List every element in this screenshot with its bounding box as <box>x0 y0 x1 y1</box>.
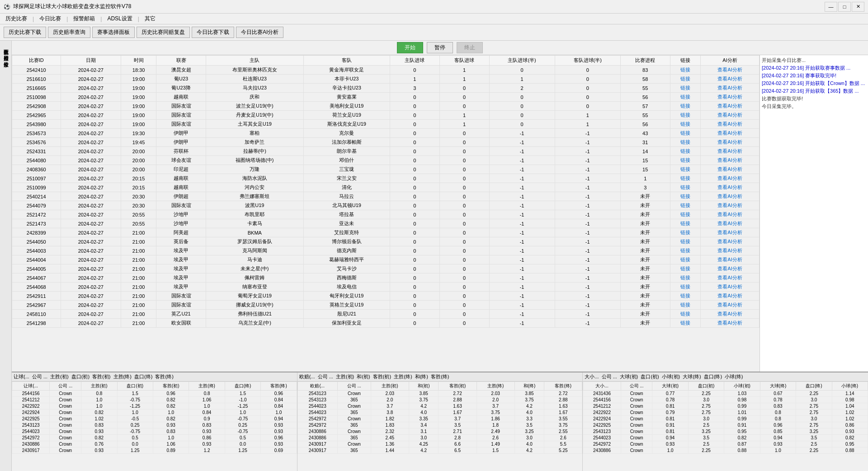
table-row: 25424102024-02-2718:30澳昆女超布里斯班奥林匹克女黄金海岸联… <box>12 66 760 75</box>
col-away: 客队 <box>303 56 390 66</box>
list-item: 2544023Crown3.74.21.633.74.21.63 <box>297 403 582 410</box>
bottom-panel: 让球(... 公司 ... 主胜(初) 盘口(初) 客胜(初) 主胜(终) 盘口… <box>12 372 868 471</box>
table-row: 25345762024-02-2719:45伊朗甲加奇萨兰法加尔慕帕斯00-1-… <box>12 138 760 147</box>
col-ai: AI分析 <box>701 56 760 66</box>
table-row: 25429652024-02-2719:00国际友谊丹麦女足U19(中)荷兰女足… <box>12 111 760 120</box>
list-item: 24309173651.444.26.51.54.25.25 <box>297 447 582 454</box>
pause-button[interactable]: 暂停 <box>427 42 453 53</box>
handicap-header: 让球(... 公司 ... 主胜(初) 盘口(初) 客胜(初) 主胜(终) 盘口… <box>12 372 297 382</box>
col-match-id: 比赛ID <box>12 56 61 66</box>
table-row: 25440042024-02-2721:00埃及甲马卡迪葛赫瑞雅特西平00-1-… <box>12 255 760 264</box>
list-item: 2430917Crown1.364.256.61.494.05.5 <box>297 441 582 447</box>
menu-history[interactable]: 历史比赛 <box>2 14 31 24</box>
list-item: 2430886Crown0.760.01.060.930.00.93 <box>12 441 297 447</box>
table-row: 25214722024-02-2720:55沙地甲布凯里耶塔拉基00-1-1未开… <box>12 210 760 219</box>
app-title: 球探网足球让球大小球欧赔变盘变水监控软件V78 <box>13 3 131 10</box>
right-panel: 开始采集今日比赛... [2024-02-27 20:16] 开始获取赛事数据 … <box>760 55 868 372</box>
menu-today[interactable]: 今日比赛 <box>36 14 65 24</box>
handicap-header-row: 让球(... 公司 ... 主胜(初) 盘口(初) 客胜(初) 主胜(终) 盘口… <box>12 382 297 391</box>
table-row: 25440672024-02-2721:00埃及甲佩柯雷姆西梅德斯00-1-1未… <box>12 273 760 283</box>
table-row: 24083602024-02-2720:00印尼超万隆三宝珑00-1-115链接… <box>12 165 760 174</box>
table-row: 25439802024-02-2719:00国际友谊土耳其女足U19斯洛伐克女足… <box>12 120 760 129</box>
list-item: 2544023Crown0.93-0.750.830.93-0.750.93 <box>12 429 297 435</box>
sidebar: 比赛数据下载 今日同赔监控 今日水位监控 <box>0 41 12 471</box>
menu-other[interactable]: 其它 <box>141 14 159 24</box>
table-row: 25440792024-02-2720:30国际友谊波黑U19北马其顿U1900… <box>12 201 760 210</box>
list-item: 2430886Crown1.02.250.881.02.250.88 <box>583 447 868 454</box>
sidebar-water-monitor[interactable]: 今日水位监控 <box>0 55 11 61</box>
overunder-table-container[interactable]: 大小... 公司 ... 大球(初) 盘口(初) 小球(初) 大球(终) 盘口(… <box>583 382 868 471</box>
log-line-2: [2024-02-27 20:16] 赛事获取完毕! <box>762 72 866 79</box>
odds-header-row: 欧赔(... 公司 ... 主胜(初) 和(初) 客胜(初) 主胜(终) 和(终… <box>297 382 582 391</box>
list-item: 2542972Crown0.820.51.00.860.50.96 <box>12 435 297 441</box>
odds-table-body: 2543123Crown2.033.852.722.033.852.722543… <box>297 391 582 454</box>
log-line-5: 比赛数据获取完毕! <box>762 95 866 102</box>
overunder-table: 大小... 公司 ... 大球(初) 盘口(初) 小球(初) 大球(终) 盘口(… <box>583 382 868 454</box>
main-table: 比赛ID 日期 时间 联赛 主队 客队 主队进球 客队进球 主队进球(半) 客队… <box>12 55 760 328</box>
list-item: 2543123Crown2.033.852.722.033.852.72 <box>297 391 582 397</box>
table-area: 比赛ID 日期 时间 联赛 主队 客队 主队进球 客队进球 主队进球(半) 客队… <box>12 55 868 372</box>
odds-table-container[interactable]: 欧赔(... 公司 ... 主胜(初) 和(初) 客胜(初) 主胜(终) 和(终… <box>297 382 583 471</box>
content-area: 开始 暂停 终止 比赛ID 日期 时间 联赛 主队 客队 主队进球 <box>12 41 868 471</box>
table-row: 25429112024-02-2721:00国际友谊葡萄牙女足U19匈牙利女足U… <box>12 292 760 301</box>
btn-history-replay[interactable]: 历史比赛同赔复盘 <box>137 27 190 38</box>
start-button[interactable]: 开始 <box>397 42 423 53</box>
list-item: 25431233652.03.752.882.03.752.88 <box>297 397 582 403</box>
log-line-6: 今日采集完毕。 <box>762 103 866 110</box>
table-row: 24581102024-02-2721:00英乙U21弗利特伍德U21殷尼U21… <box>12 310 760 319</box>
minimize-button[interactable]: — <box>825 2 837 12</box>
btn-event-select[interactable]: 赛事选择面板 <box>92 27 135 38</box>
col-date: 日期 <box>61 56 121 66</box>
table-row: 25100972024-02-2720:15越南联海防水泥队宋兰义安00-1-1… <box>12 174 760 183</box>
btn-today-download[interactable]: 今日比赛下载 <box>192 27 234 38</box>
sidebar-data-download[interactable]: 比赛数据下载 <box>0 42 11 49</box>
log-line-4: [2024-02-27 20:16] 开始获取【365】数据 ... <box>762 88 866 94</box>
table-row: 25429672024-02-2721:00国际友谊挪威女足U19(中)英格兰女… <box>12 301 760 310</box>
table-row: 25440052024-02-2721:00埃及甲未来之星(中)艾马卡沙00-1… <box>12 264 760 273</box>
btn-today-ai[interactable]: 今日比赛AI分析 <box>236 27 283 38</box>
list-item: 25440233653.84.01.673.754.01.67 <box>297 410 582 416</box>
overunder-header-row: 大小... 公司 ... 大球(初) 盘口(初) 小球(初) 大球(终) 盘口(… <box>583 382 868 391</box>
col-home-goals-half: 主队进球(半) <box>489 56 555 66</box>
list-item: 2544023Crown0.943.50.820.943.50.82 <box>583 435 868 441</box>
btn-history-download[interactable]: 历史比赛下载 <box>4 27 46 38</box>
sidebar-today-monitor[interactable]: 今日同赔监控 <box>0 49 11 55</box>
bottom-section-handicap: 让球(... 公司 ... 主胜(初) 盘口(初) 客胜(初) 主胜(终) 盘口… <box>12 372 297 471</box>
list-item: 2430886Crown2.323.12.712.493.252.55 <box>297 429 582 435</box>
main-table-body: 25424102024-02-2718:30澳昆女超布里斯班奥林匹克女黄金海岸联… <box>12 66 760 328</box>
close-button[interactable]: ✕ <box>852 2 864 12</box>
table-row: 25166102024-02-2719:00葡U23杜连斯U23本菲卡U2311… <box>12 75 760 84</box>
list-item: 2422924Crown0.821.01.00.841.01.0 <box>12 410 297 416</box>
col-home: 主队 <box>206 56 303 66</box>
menu-adsl[interactable]: ADSL设置 <box>104 14 136 24</box>
maximize-button[interactable]: □ <box>838 2 851 12</box>
list-item: 2422922Crown0.792.751.010.82.751.02 <box>583 410 868 416</box>
menubar: 历史比赛 | 今日比赛 | 报警邮箱 | ADSL设置 | 其它 <box>0 14 868 24</box>
col-link: 链接 <box>670 56 700 66</box>
table-row: 25440802024-02-2720:00球会友谊福图纳塔场德(中)邓伯什00… <box>12 156 760 165</box>
list-item: 25429723651.833.43.51.83.53.75 <box>297 422 582 429</box>
overunder-header: 大小... 公司 ... 大球(初) 盘口(初) 小球(初) 大球(终) 盘口(… <box>583 372 868 382</box>
col-away-goals-half: 客队进球(半) <box>555 56 620 66</box>
menu-mail[interactable]: 报警邮箱 <box>70 14 99 24</box>
main-table-container[interactable]: 比赛ID 日期 时间 联赛 主队 客队 主队进球 客队进球 主队进球(半) 客队… <box>12 55 760 372</box>
handicap-table-body: 2544156Crown0.81.50.960.81.50.962541212C… <box>12 391 297 454</box>
list-item: 2541212Crown1.0-0.750.821.06-1.00.84 <box>12 397 297 403</box>
titlebar-left: ⚽ 球探网足球让球大小球欧赔变盘变水监控软件V78 <box>4 3 131 10</box>
list-item: 2431436Crown0.772.251.030.672.251.14 <box>583 391 868 397</box>
stop-button[interactable]: 终止 <box>457 42 483 53</box>
list-item: 2542972Crown1.823.353.71.863.33.55 <box>297 416 582 422</box>
btn-history-odds[interactable]: 历史赔率查询 <box>48 27 90 38</box>
list-item: 2544156Crown0.783.00.980.783.00.98 <box>583 397 868 403</box>
table-header-row: 比赛ID 日期 时间 联赛 主队 客队 主队进球 客队进球 主队进球(半) 客队… <box>12 56 760 66</box>
table-row: 25100982024-02-2719:00越南联庆和黄安嘉莱000056链接查… <box>12 93 760 102</box>
list-item: 2430917Crown0.931.250.891.21.250.69 <box>12 447 297 454</box>
table-row: 25214732024-02-2720:55沙地甲卡素马亚达未00-1-1未开链… <box>12 219 760 228</box>
log-line-1: [2024-02-27 20:16] 开始获取赛事数据 ... <box>762 65 866 71</box>
handicap-table-container[interactable]: 让球(... 公司 ... 主胜(初) 盘口(初) 客胜(初) 主胜(终) 盘口… <box>12 382 297 471</box>
table-row: 25440502024-02-2721:00英后备罗瑟汉姆后备队博尔顿后备队00… <box>12 237 760 246</box>
table-row: 25402142024-02-2720:30伊朗超弗兰娜塞斯坦马拉云00-1-1… <box>12 192 760 201</box>
titlebar: ⚽ 球探网足球让球大小球欧赔变盘变水监控软件V78 — □ ✕ <box>0 0 868 14</box>
odds-header: 欧赔(... 公司 ... 主胜(初) 和(初) 客胜(初) 主胜(终) 和(终… <box>297 372 583 382</box>
table-row: 25100992024-02-2720:15越南联河内公安清化00-1-13链接… <box>12 183 760 192</box>
